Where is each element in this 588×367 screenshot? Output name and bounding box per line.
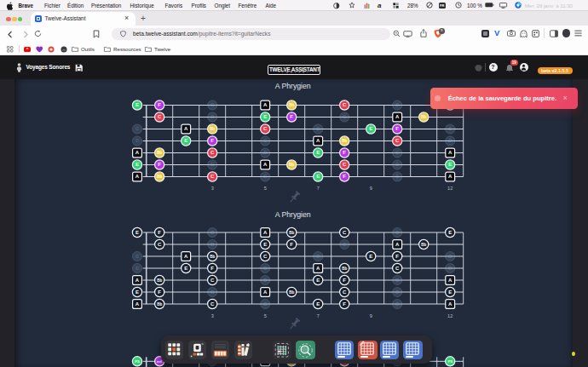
svg-text:F: F — [210, 138, 214, 143]
svg-text:F: F — [158, 162, 161, 167]
svg-text:A: A — [263, 230, 268, 235]
svg-text:A: A — [448, 174, 453, 179]
svg-text:12: 12 — [447, 313, 453, 318]
svg-text:D: D — [316, 126, 320, 131]
svg-text:Bb: Bb — [421, 243, 426, 247]
svg-text:A: A — [263, 162, 268, 167]
svg-text:C: C — [395, 138, 400, 143]
svg-text:A: A — [448, 150, 453, 155]
svg-text:7: 7 — [317, 313, 320, 318]
svg-text:A: A — [263, 290, 268, 295]
svg-text:Bb: Bb — [157, 175, 162, 179]
svg-text:A: A — [135, 301, 140, 307]
svg-text:E: E — [316, 150, 320, 155]
svg-text:E: E — [263, 242, 267, 247]
svg-text:F: F — [158, 102, 161, 107]
svg-text:A: A — [448, 301, 453, 307]
svg-text:G: G — [263, 174, 267, 179]
svg-text:G: G — [395, 278, 399, 283]
svg-text:F: F — [158, 230, 161, 235]
svg-text:C: C — [210, 150, 215, 155]
svg-text:F: F — [395, 254, 399, 259]
svg-text:F: F — [210, 266, 214, 271]
svg-text:A: A — [448, 278, 453, 283]
svg-text:C: C — [210, 301, 215, 307]
svg-text:A Phrygien: A Phrygien — [275, 82, 311, 90]
svg-text:D: D — [395, 290, 399, 295]
svg-text:D: D — [135, 138, 139, 143]
svg-text:G: G — [210, 230, 214, 235]
svg-text:G: G — [210, 290, 214, 295]
svg-text:Bb: Bb — [289, 290, 294, 295]
svg-text:C: C — [158, 114, 162, 119]
svg-text:A: A — [395, 242, 400, 247]
svg-text:G: G — [210, 162, 214, 167]
svg-text:F: F — [290, 242, 293, 247]
svg-text:A: A — [135, 174, 140, 179]
svg-text:P5: P5 — [448, 359, 453, 364]
svg-text:D: D — [448, 138, 452, 143]
svg-text:E: E — [135, 102, 139, 107]
svg-text:E: E — [448, 162, 452, 167]
svg-text:5: 5 — [264, 313, 267, 318]
svg-text:C: C — [343, 230, 347, 235]
svg-text:E: E — [263, 114, 267, 119]
svg-text:D: D — [316, 254, 320, 259]
svg-text:E: E — [184, 266, 187, 271]
svg-text:D: D — [395, 102, 399, 107]
svg-text:C: C — [210, 174, 215, 179]
svg-text:Bb: Bb — [342, 139, 347, 143]
svg-text:A: A — [184, 254, 188, 259]
svg-text:G: G — [343, 242, 346, 247]
svg-text:F: F — [395, 126, 399, 131]
svg-text:3: 3 — [211, 313, 214, 318]
svg-text:C: C — [343, 162, 347, 167]
svg-text:C: C — [343, 102, 347, 107]
svg-text:D: D — [210, 242, 214, 247]
svg-text:Bb: Bb — [157, 151, 162, 155]
svg-text:G: G — [263, 138, 267, 143]
svg-text:F: F — [158, 290, 161, 295]
svg-text:Bb: Bb — [342, 267, 347, 271]
svg-text:D: D — [135, 266, 139, 271]
svg-text:A: A — [316, 266, 320, 271]
svg-text:E: E — [448, 230, 452, 235]
svg-text:D: D — [210, 114, 214, 119]
svg-text:C: C — [263, 254, 268, 259]
svg-text:A: A — [135, 278, 140, 283]
svg-text:7: 7 — [317, 186, 320, 191]
svg-text:C: C — [158, 242, 162, 247]
svg-text:Bb: Bb — [210, 127, 215, 131]
svg-text:E: E — [369, 254, 372, 259]
svg-text:E: E — [316, 278, 320, 283]
svg-text:E: E — [135, 230, 139, 235]
svg-text:E: E — [184, 138, 187, 143]
svg-text:A Phrygien: A Phrygien — [275, 210, 311, 219]
svg-text:E: E — [135, 162, 139, 167]
svg-text:G: G — [448, 126, 452, 131]
svg-text:E: E — [448, 290, 452, 295]
svg-text:G: G — [343, 114, 346, 119]
svg-text:C: C — [343, 290, 347, 295]
svg-text:G: G — [395, 301, 399, 307]
svg-text:9: 9 — [370, 313, 372, 318]
svg-text:D: D — [263, 278, 267, 283]
svg-text:G: G — [263, 301, 267, 307]
svg-text:E: E — [135, 290, 139, 295]
svg-text:Bb: Bb — [210, 255, 215, 259]
svg-text:C: C — [395, 266, 400, 271]
svg-text:G: G — [135, 126, 139, 131]
svg-text:G: G — [263, 266, 267, 271]
svg-text:9: 9 — [370, 186, 372, 191]
svg-text:A: A — [395, 114, 400, 119]
svg-text:F: F — [343, 278, 346, 283]
svg-text:Bb: Bb — [289, 163, 294, 167]
svg-text:G: G — [448, 254, 452, 259]
svg-text:Bb: Bb — [421, 115, 426, 119]
svg-text:C: C — [263, 126, 268, 131]
svg-text:E: E — [316, 301, 320, 307]
svg-text:E: E — [316, 174, 320, 179]
svg-text:C: C — [210, 278, 215, 283]
svg-text:G: G — [395, 150, 399, 155]
svg-text:3: 3 — [211, 186, 214, 191]
